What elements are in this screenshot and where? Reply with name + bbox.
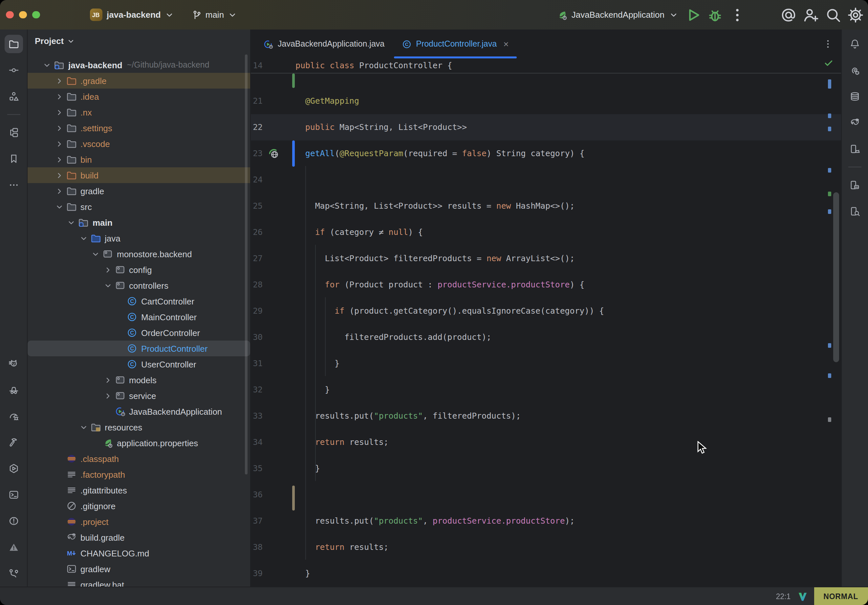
tool-window-button-commit[interactable] [4,61,23,79]
tree-item-monostore-backend[interactable]: monostore.backend [28,246,250,262]
tree-item--gradle[interactable]: .gradle [28,73,250,88]
tool-window-button-services[interactable] [4,460,23,478]
tree-item-productcontroller[interactable]: CProductController [28,340,250,356]
error-stripe-mark[interactable] [828,373,831,378]
settings-gear-icon[interactable] [847,6,864,23]
code-line-33[interactable]: 33 results.put("products", filteredProdu… [251,402,841,429]
tree-item-changelog-md[interactable]: MCHANGELOG.md [28,545,250,561]
close-button[interactable] [6,11,14,19]
tree-item--gitattributes[interactable]: .gitattributes [28,482,250,498]
vcs-change-marker-modified[interactable] [292,141,295,167]
project-selector[interactable]: java-backend [107,9,175,20]
project-tree-scrollbar[interactable] [245,54,248,474]
vcs-change-marker-modified-ws[interactable] [292,486,295,511]
code-line-24[interactable]: 24 [251,166,841,193]
tree-item-build[interactable]: build [28,167,250,183]
tree-item-models[interactable]: models [28,372,250,388]
tool-window-button-build[interactable] [4,433,23,452]
tree-item-gradlew-bat[interactable]: gradlew.bat [28,577,250,586]
tree-item-java[interactable]: java [28,230,250,246]
tool-window-button-version-control[interactable] [4,564,23,583]
code-with-me-icon[interactable] [802,6,819,23]
search-everywhere-icon[interactable] [825,6,842,23]
zoom-button[interactable] [32,11,40,19]
code-line-35[interactable]: 35 } [251,455,841,481]
code-line-29[interactable]: 29 if (product.getCategory().equalsIgnor… [251,297,841,324]
code-line-23[interactable]: 23 getAll(@RequestParam(required = false… [251,140,841,166]
error-stripe-mark[interactable] [828,417,831,422]
tree-item-javabackendapplication[interactable]: JavaBackendApplication [28,404,250,419]
tool-window-button-database[interactable] [846,87,864,106]
ai-mention-icon[interactable] [780,6,797,23]
error-stripe-mark[interactable] [828,79,831,88]
tree-item-gradlew[interactable]: gradlew [28,561,250,577]
chevron-right-icon[interactable] [54,123,64,133]
chevron-right-icon[interactable] [54,170,64,180]
tree-item-application-properties[interactable]: application.properties [28,435,250,451]
chevron-down-icon[interactable] [54,202,64,212]
tool-window-button-structure[interactable] [4,87,23,106]
code-line-31[interactable]: 31 } [251,350,841,376]
tree-item-ordercontroller[interactable]: COrderController [28,325,250,340]
error-stripe-mark[interactable] [828,209,831,214]
chevron-right-icon[interactable] [103,391,113,401]
chevron-right-icon[interactable] [54,107,64,117]
tool-window-button-warnings[interactable] [4,538,23,557]
tree-item--idea[interactable]: .idea [28,88,250,104]
code-line-36[interactable]: 36 [251,481,841,508]
run-button[interactable] [684,6,701,23]
tree-item--project[interactable]: .project [28,514,250,529]
error-stripe-mark[interactable] [828,192,831,196]
chevron-right-icon[interactable] [103,265,113,275]
tool-window-button-device-mirror[interactable] [846,176,864,194]
spring-endpoint-globe-icon[interactable] [268,147,280,159]
chevron-right-icon[interactable] [54,91,64,101]
tree-item-service[interactable]: service [28,388,250,404]
code-line-39[interactable]: 39 } [251,560,841,586]
inspections-ok-check-icon[interactable] [824,59,833,68]
tool-window-button-device-explorer[interactable] [846,202,864,220]
tool-window-button-running-devices[interactable] [846,140,864,158]
tool-window-button-ai-assistant[interactable] [846,61,864,79]
sticky-line[interactable]: 14 public class ProductController { [251,59,841,73]
chevron-right-icon[interactable] [103,375,113,385]
tool-window-button-notifications[interactable] [846,35,864,53]
branch-selector[interactable]: main [192,9,238,20]
debug-button[interactable] [707,6,724,23]
tree-item-main[interactable]: main [28,215,250,230]
vcs-change-marker-added[interactable] [292,73,295,88]
code-line-27[interactable]: 27 List<Product> filteredProducts = new … [251,245,841,271]
chevron-down-icon[interactable] [79,422,88,432]
code-line-21[interactable]: 21 @GetMapping [251,88,841,114]
code-line-25[interactable]: 25 Map<String, List<Product>> results = … [251,193,841,219]
tree-item-controllers[interactable]: controllers [28,278,250,293]
tree-item-gradle[interactable]: gradle [28,183,250,199]
tool-window-button-gradle[interactable] [846,113,864,132]
error-stripe-mark[interactable] [828,168,831,173]
minimize-button[interactable] [19,11,26,19]
code-line-28[interactable]: 28 for (Product product : productService… [251,271,841,297]
chevron-down-icon[interactable] [42,60,52,70]
tree-item--nx[interactable]: .nx [28,104,250,120]
caret-position[interactable]: 22:1 [776,593,790,600]
tree-item--settings[interactable]: .settings [28,120,250,136]
vim-mode-badge[interactable]: NORMAL [814,587,868,605]
tree-item--factorypath[interactable]: .factorypath [28,467,250,482]
tree-item-src[interactable]: src [28,199,250,215]
chevron-right-icon[interactable] [54,139,64,149]
tool-window-button-ai-cat[interactable] [4,354,23,373]
tool-window-button-profiler[interactable] [4,407,23,425]
tool-window-button-terminal[interactable] [4,486,23,504]
chevron-down-icon[interactable] [103,280,113,290]
error-stripe-mark[interactable] [828,127,831,131]
code-line-34[interactable]: 34 return results; [251,429,841,455]
tree-item-bin[interactable]: bin [28,152,250,167]
tree-item-maincontroller[interactable]: CMainController [28,309,250,325]
tool-window-button-project[interactable] [4,35,23,53]
chevron-down-icon[interactable] [91,249,101,259]
tree-item--vscode[interactable]: .vscode [28,136,250,152]
ideavim-icon[interactable] [798,591,808,601]
chevron-right-icon[interactable] [54,186,64,196]
more-actions-kebab-icon[interactable] [729,6,746,23]
code-line-37[interactable]: 37 results.put("products", productServic… [251,508,841,534]
